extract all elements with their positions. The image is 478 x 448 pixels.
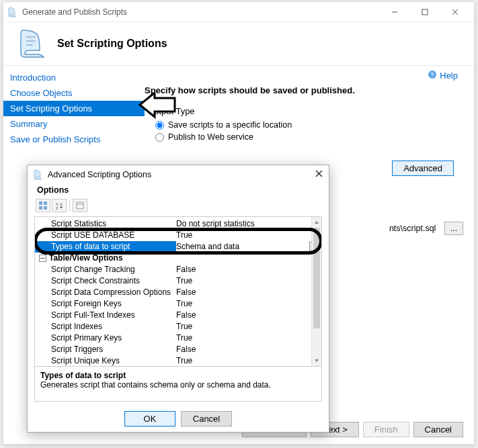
property-description: Types of data to script Generates script… — [34, 367, 322, 402]
dialog-close-button[interactable] — [315, 169, 323, 181]
svg-text:?: ? — [431, 71, 434, 78]
prop-row-script-statistics[interactable]: Script StatisticsDo not script statistic… — [35, 218, 321, 230]
scroll-thumb[interactable] — [313, 228, 320, 328]
scrollbar[interactable] — [311, 217, 321, 366]
radio-publish-web[interactable]: Publish to Web service — [155, 132, 465, 142]
script-icon — [17, 28, 49, 60]
types-of-data-value: Schema and data — [176, 241, 239, 253]
maximize-button[interactable] — [409, 2, 440, 21]
instruction-text: Specify how scripts should be saved or p… — [145, 85, 465, 95]
help-label: Help — [440, 71, 458, 81]
file-name-field[interactable]: nts\script.sql — [386, 222, 439, 235]
prop-row-check-constraints[interactable]: Script Check ConstraintsTrue — [35, 275, 321, 287]
sidebar-item-set-scripting-options[interactable]: Set Scripting Options — [3, 101, 145, 116]
browse-button[interactable]: ... — [444, 222, 463, 235]
svg-rect-14 — [77, 202, 83, 209]
prop-row-indexes[interactable]: Script IndexesTrue — [35, 321, 321, 332]
minimize-button[interactable] — [379, 2, 409, 21]
svg-text:Z: Z — [56, 206, 58, 210]
close-button[interactable] — [440, 2, 470, 21]
prop-row-unique-keys[interactable]: Script Unique KeysTrue — [35, 355, 321, 367]
dialog-titlebar: Advanced Scripting Options — [28, 165, 329, 184]
wizard-header: Set Scripting Options — [3, 22, 474, 65]
output-type-legend: Output Type — [147, 106, 465, 116]
cancel-button[interactable]: Cancel — [413, 422, 463, 437]
prop-row-primary-keys[interactable]: Script Primary KeysTrue — [35, 332, 321, 344]
description-text: Generates script that contains schema on… — [40, 380, 316, 390]
scroll-up-button[interactable] — [312, 217, 321, 228]
dialog-app-icon — [33, 169, 44, 180]
prop-row-fulltext-indexes[interactable]: Script Full-Text IndexesFalse — [35, 310, 321, 321]
page-title: Set Scripting Options — [57, 38, 167, 50]
options-heading: Options — [37, 185, 322, 195]
ok-button[interactable]: OK — [124, 411, 175, 427]
prop-row-triggers[interactable]: Script TriggersFalse — [35, 344, 321, 355]
alphabetical-view-button[interactable]: AZ — [52, 199, 67, 212]
prop-row-types-of-data[interactable]: Types of data to script Schema and data — [35, 241, 321, 253]
window-title: Generate and Publish Scripts — [22, 7, 379, 17]
output-type-group: Output Type Save scripts to a specific l… — [150, 106, 465, 142]
advanced-button[interactable]: Advanced — [392, 161, 454, 176]
prop-row-foreign-keys[interactable]: Script Foreign KeysTrue — [35, 298, 321, 310]
scroll-down-button[interactable] — [312, 355, 321, 366]
property-pages-button[interactable] — [73, 199, 87, 212]
radio-save-label: Save scripts to a specific location — [168, 120, 292, 130]
sidebar-item-introduction[interactable]: Introduction — [3, 70, 145, 85]
svg-rect-8 — [39, 201, 42, 205]
description-title: Types of data to script — [40, 371, 316, 380]
svg-rect-10 — [39, 206, 42, 210]
dialog-title: Advanced Scripting Options — [48, 170, 315, 179]
categorized-view-button[interactable] — [36, 199, 50, 212]
svg-rect-1 — [422, 9, 428, 15]
property-grid[interactable]: Script StatisticsDo not script statistic… — [34, 216, 322, 367]
prop-row-data-compression[interactable]: Script Data Compression OptionsFalse — [35, 287, 321, 298]
sidebar-item-summary[interactable]: Summary — [3, 116, 145, 132]
property-grid-toolbar: AZ — [36, 199, 322, 212]
sidebar-item-choose-objects[interactable]: Choose Objects — [3, 85, 145, 101]
help-icon: ? — [428, 70, 437, 81]
prop-row-change-tracking[interactable]: Script Change TrackingFalse — [35, 264, 321, 275]
radio-publish-label: Publish to Web service — [168, 132, 253, 142]
collapse-icon[interactable] — [39, 255, 46, 262]
prop-section-table-view[interactable]: Table/View Options — [35, 253, 321, 264]
dialog-cancel-button[interactable]: Cancel — [181, 411, 232, 427]
finish-button: Finish — [363, 422, 409, 437]
help-link[interactable]: ? Help — [428, 70, 458, 81]
titlebar: Generate and Publish Scripts — [3, 2, 474, 22]
advanced-options-dialog: Advanced Scripting Options Options AZ Sc… — [27, 165, 329, 433]
svg-rect-11 — [44, 206, 47, 210]
radio-save-location[interactable]: Save scripts to a specific location — [155, 120, 465, 130]
app-icon — [7, 7, 18, 17]
svg-rect-9 — [44, 201, 47, 205]
sidebar-item-save-publish[interactable]: Save or Publish Scripts — [3, 132, 145, 147]
prop-row-script-use-database[interactable]: Script USE DATABASETrue — [35, 230, 321, 241]
